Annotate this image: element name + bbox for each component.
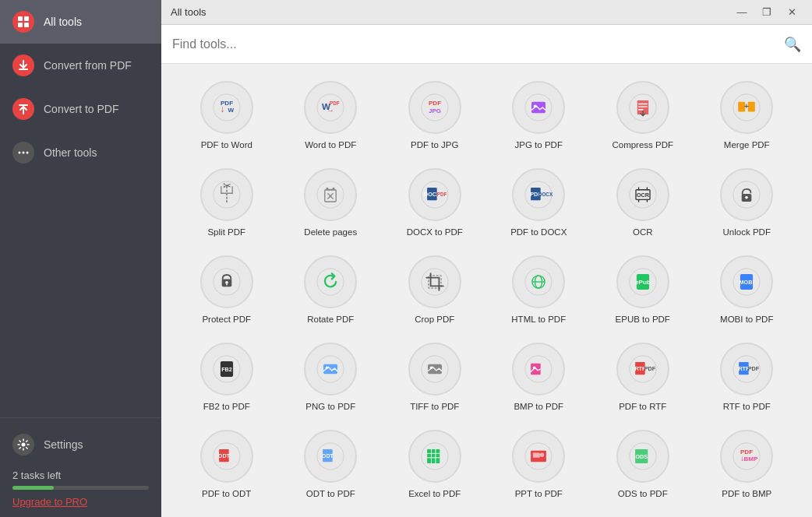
svg-rect-3 [24,23,29,27]
tool-pdf-to-tiff[interactable]: PDF↓TIFFPDF to TIFF [281,512,381,517]
tool-compress-pdf[interactable]: Compress PDF [593,76,693,156]
tool-pdf-to-odt[interactable]: ODTPDF to ODT [177,425,277,505]
settings-icon [12,434,34,455]
sidebar-item-convert-to-pdf[interactable]: Convert to PDF [0,87,161,131]
tool-pdf-to-png[interactable]: PDF↓PNGPDF to PNG [177,512,277,517]
svg-text:ODT: ODT [322,452,334,459]
svg-text:PDF: PDF [429,100,441,107]
tool-mobi-to-pdf[interactable]: MOBIMOBI to PDF [697,251,797,330]
tool-edit-metadata[interactable]: iEdit metadata [593,512,693,517]
tool-fb2-to-pdf[interactable]: FB2FB2 to PDF [177,338,277,417]
tool-odt-to-pdf[interactable]: ODTODT to PDF [281,425,381,505]
tool-extract-text[interactable]: Extract text [489,512,589,517]
tool-icon-pdf-to-rtf: RTFPDF [616,343,669,396]
tool-html-to-pdf[interactable]: HTML to PDF [489,251,589,330]
minimize-button[interactable]: — [731,2,753,23]
tool-label-epub-to-pdf: EPUB to PDF [616,314,670,325]
tool-label-pdf-to-jpg: PDF to JPG [411,139,458,151]
tool-label-protect-pdf: Protect PDF [202,314,251,325]
tool-merge-pdf[interactable]: +Merge PDF [697,76,797,156]
svg-text:OCR: OCR [637,192,650,199]
tool-pdf-to-bmp[interactable]: PDF↓BMPPDF to BMP [697,425,797,505]
tool-png-to-pdf[interactable]: PNG to PDF [281,338,381,417]
tool-label-delete-pages: Delete pages [304,227,357,238]
svg-rect-2 [18,23,23,27]
tool-icon-bmp-to-pdf [512,343,565,396]
tool-word-to-pdf[interactable]: WPDF→Word to PDF [281,76,381,156]
tool-jpg-to-pdf[interactable]: JPG to PDF [489,76,589,156]
tools-grid: PDF↓WPDF to WordWPDF→Word to PDFPDFJPGPD… [161,64,812,517]
tool-icon-pdf-to-jpg: PDFJPG [408,81,461,134]
tool-icon-odt-to-pdf: ODT [304,430,357,483]
maximize-button[interactable]: ❐ [756,2,778,23]
close-button[interactable]: ✕ [781,2,803,23]
tool-bmp-to-pdf[interactable]: BMP to PDF [489,338,589,417]
svg-text:ODT: ODT [218,452,231,459]
tool-tiff-to-pdf[interactable]: TIFF to PDF [385,338,485,417]
tool-split-pdf[interactable]: ✂Split PDF [177,164,277,243]
tool-icon-protect-pdf [200,255,253,308]
tool-icon-pdf-to-word: PDF↓W [200,81,253,134]
tool-extract-images[interactable]: Extract images [385,512,485,517]
svg-point-8 [26,152,29,154]
svg-rect-0 [18,16,23,21]
svg-rect-4 [19,69,28,70]
convert-from-pdf-icon [12,55,34,76]
sidebar-item-convert-from-pdf[interactable]: Convert from PDF [0,44,161,87]
sidebar-item-all-tools[interactable]: All tools [0,0,161,44]
tool-label-bmp-to-pdf: BMP to PDF [514,401,563,413]
tool-icon-epub-to-pdf: ePub [616,255,669,308]
tool-label-mobi-to-pdf: MOBI to PDF [720,314,773,325]
tool-icon-delete-pages [304,168,357,221]
tool-ods-to-pdf[interactable]: ODSODS to PDF [593,425,693,505]
settings-item[interactable]: Settings [12,427,149,462]
all-tools-icon [12,11,34,33]
svg-rect-1 [24,16,29,21]
tool-epub-to-pdf[interactable]: ePubEPUB to PDF [593,251,693,330]
upgrade-to-pro-link[interactable]: Upgrade to PRO [12,496,149,508]
svg-text:DOCX: DOCX [538,192,553,197]
search-input[interactable] [172,37,784,51]
tool-excel-to-pdf[interactable]: Excel to PDF [385,425,485,505]
tool-docx-to-pdf[interactable]: DOCXPDFDOCX to PDF [385,164,485,243]
sidebar-item-other-tools[interactable]: Other tools [0,131,161,174]
tool-icon-pdf-to-bmp: PDF↓BMP [720,430,773,483]
svg-text:→: → [327,106,334,114]
tool-protect-pdf[interactable]: Protect PDF [177,251,277,330]
tool-label-split-pdf: Split PDF [207,227,245,238]
svg-point-10 [214,94,240,121]
tool-icon-word-to-pdf: WPDF→ [304,81,357,134]
tool-label-pdf-to-word: PDF to Word [201,139,252,151]
tool-ppt-to-pdf[interactable]: PPT to PDF [489,425,589,505]
svg-point-53 [225,281,228,284]
tool-icon-png-to-pdf [304,343,357,396]
tool-label-pdf-to-odt: PDF to ODT [202,488,251,500]
search-bar: 🔍 [161,25,812,64]
tool-icon-rtf-to-pdf: RTFPDF [720,343,773,396]
tool-pdf-to-rtf[interactable]: RTFPDFPDF to RTF [593,338,693,417]
search-icon[interactable]: 🔍 [784,36,801,53]
svg-point-50 [745,196,748,199]
tool-crop-pdf[interactable]: Crop PDF [385,251,485,330]
tool-rotate-pdf[interactable]: Rotate PDF [281,251,381,330]
tool-icon-unlock-pdf [720,168,773,221]
svg-text:ePub: ePub [635,279,651,286]
tool-icon-pdf-to-docx: PDFDOCX [512,168,565,221]
svg-point-55 [317,269,344,295]
tool-rtf-to-pdf[interactable]: RTFPDFRTF to PDF [697,338,797,417]
tool-ocr[interactable]: OCROCR [593,164,693,243]
svg-point-9 [22,443,26,447]
tool-pdf-to-word[interactable]: PDF↓WPDF to Word [177,76,277,156]
tool-pdf-to-jpg[interactable]: PDFJPGPDF to JPG [385,76,485,156]
tool-icon-pdf-to-odt: ODT [200,430,253,483]
svg-text:+: + [744,101,749,111]
svg-text:PDF: PDF [330,100,340,106]
tool-pdf-to-docx[interactable]: PDFDOCXPDF to DOCX [489,164,589,243]
tool-label-ods-to-pdf: ODS to PDF [618,488,668,500]
svg-point-103 [540,452,544,456]
tool-icon-compress-pdf [616,81,669,134]
svg-text:ODS: ODS [635,452,648,459]
tool-delete-pages[interactable]: Delete pages [281,164,381,243]
sidebar-item-convert-to-pdf-label: Convert to PDF [44,103,118,115]
tool-unlock-pdf[interactable]: Unlock PDF [697,164,797,243]
